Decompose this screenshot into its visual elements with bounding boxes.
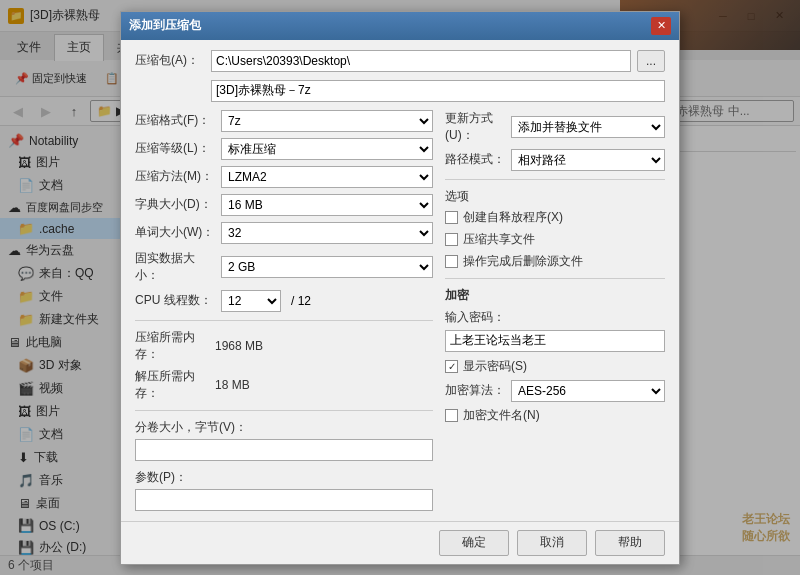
opt3-checkbox[interactable] <box>445 255 458 268</box>
cpu-row: CPU 线程数： 12 8 4 / 12 <box>135 290 433 312</box>
cpu-label: CPU 线程数： <box>135 292 215 309</box>
update-combo[interactable]: 添加并替换文件 仅更新文件 同步文件 <box>511 116 665 138</box>
opt1-row: 创建自释放程序(X) <box>445 209 665 226</box>
dict-row: 字典大小(D)： 16 MB 32 MB 64 MB <box>135 194 433 216</box>
dialog-close-button[interactable]: ✕ <box>651 17 671 35</box>
opt3-row: 操作完成后删除源文件 <box>445 253 665 270</box>
show-pwd-label: 显示密码(S) <box>463 358 527 375</box>
options-title: 选项 <box>445 188 665 205</box>
dialog-columns: 压缩格式(F)： 7z zip tar 压缩等级(L)： 标准压缩 <box>135 110 665 511</box>
format-combo[interactable]: 7z zip tar <box>221 110 433 132</box>
archive-path-label: 压缩包(A)： <box>135 52 205 69</box>
encrypt-method-combo[interactable]: AES-256 ZipCrypto <box>511 380 665 402</box>
archive-path-row: 压缩包(A)： ... <box>135 50 665 72</box>
ok-button[interactable]: 确定 <box>439 530 509 556</box>
encrypt-title: 加密 <box>445 287 665 304</box>
dialog-title: 添加到压缩包 <box>129 17 201 34</box>
solid-row: 固实数据大小： 2 GB 4 GB 无限制 <box>135 250 433 284</box>
compress-mem-row: 压缩所需内存： 1968 MB <box>135 329 433 363</box>
encrypt-filename-label: 加密文件名(N) <box>463 407 540 424</box>
opt2-row: 压缩共享文件 <box>445 231 665 248</box>
level-label: 压缩等级(L)： <box>135 140 215 157</box>
dialog-footer: 确定 取消 帮助 <box>121 521 679 564</box>
explorer-window: 📁 [3D]赤裸熟母 ─ □ ✕ 文件 主页 共享 查看 📌 固定到快速 📋 复… <box>0 0 800 575</box>
cpu-total: / 12 <box>291 294 311 308</box>
divider2 <box>135 410 433 411</box>
archive-name-input[interactable] <box>211 80 665 102</box>
method-label: 压缩方法(M)： <box>135 168 215 185</box>
encrypt-filename-checkbox[interactable] <box>445 409 458 422</box>
browse-button[interactable]: ... <box>637 50 665 72</box>
archive-path-input[interactable] <box>211 50 631 72</box>
params-input[interactable] <box>135 489 433 511</box>
format-label: 压缩格式(F)： <box>135 112 215 129</box>
path-label: 路径模式： <box>445 151 505 168</box>
solid-combo[interactable]: 2 GB 4 GB 无限制 <box>221 256 433 278</box>
dict-label: 字典大小(D)： <box>135 196 215 213</box>
compress-mem-value: 1968 MB <box>215 339 263 353</box>
archive-name-row <box>211 80 665 102</box>
solid-label: 固实数据大小： <box>135 250 215 284</box>
cpu-combo[interactable]: 12 8 4 <box>221 290 281 312</box>
compress-mem-label: 压缩所需内存： <box>135 329 215 363</box>
opt2-label: 压缩共享文件 <box>463 231 535 248</box>
decompress-mem-label: 解压所需内存： <box>135 368 215 402</box>
divider4 <box>445 278 665 279</box>
level-row: 压缩等级(L)： 标准压缩 极限压缩 最快压缩 <box>135 138 433 160</box>
cancel-button[interactable]: 取消 <box>517 530 587 556</box>
dict-combo[interactable]: 16 MB 32 MB 64 MB <box>221 194 433 216</box>
opt2-checkbox[interactable] <box>445 233 458 246</box>
update-label: 更新方式(U)： <box>445 110 505 144</box>
opt3-label: 操作完成后删除源文件 <box>463 253 583 270</box>
split-input[interactable] <box>135 439 433 461</box>
update-row: 更新方式(U)： 添加并替换文件 仅更新文件 同步文件 <box>445 110 665 144</box>
divider1 <box>135 320 433 321</box>
method-combo[interactable]: LZMA2 LZMA PPMd <box>221 166 433 188</box>
show-pwd-checkbox[interactable] <box>445 360 458 373</box>
word-label: 单词大小(W)： <box>135 224 215 241</box>
encrypt-method-row: 加密算法： AES-256 ZipCrypto <box>445 380 665 402</box>
decompress-mem-value: 18 MB <box>215 378 250 392</box>
divider3 <box>445 179 665 180</box>
format-row: 压缩格式(F)： 7z zip tar <box>135 110 433 132</box>
dialog-body: 压缩包(A)： ... 压缩格式(F)： <box>121 40 679 521</box>
split-label: 分卷大小，字节(V)： <box>135 419 433 436</box>
help-button[interactable]: 帮助 <box>595 530 665 556</box>
method-row: 压缩方法(M)： LZMA2 LZMA PPMd <box>135 166 433 188</box>
word-row: 单词大小(W)： 32 64 128 <box>135 222 433 244</box>
show-pwd-row: 显示密码(S) <box>445 358 665 375</box>
path-row: 路径模式： 相对路径 绝对路径 不存储路径 <box>445 149 665 171</box>
path-combo[interactable]: 相对路径 绝对路径 不存储路径 <box>511 149 665 171</box>
opt1-label: 创建自释放程序(X) <box>463 209 563 226</box>
dialog-left: 压缩格式(F)： 7z zip tar 压缩等级(L)： 标准压缩 <box>135 110 433 511</box>
level-combo[interactable]: 标准压缩 极限压缩 最快压缩 <box>221 138 433 160</box>
dialog-right: 更新方式(U)： 添加并替换文件 仅更新文件 同步文件 路径模式： 相对路径 <box>445 110 665 511</box>
encrypt-section: 加密 输入密码： 显示密码(S) 加密算法： AES-256 <box>445 287 665 424</box>
encrypt-method-label: 加密算法： <box>445 382 505 399</box>
compress-dialog: 添加到压缩包 ✕ 压缩包(A)： ... <box>120 11 680 565</box>
dialog-overlay: 添加到压缩包 ✕ 压缩包(A)： ... <box>0 0 800 575</box>
dialog-title-bar: 添加到压缩包 ✕ <box>121 12 679 40</box>
opt1-checkbox[interactable] <box>445 211 458 224</box>
word-combo[interactable]: 32 64 128 <box>221 222 433 244</box>
encrypt-pwd-input[interactable] <box>445 330 665 352</box>
params-label: 参数(P)： <box>135 469 433 486</box>
encrypt-pwd-label: 输入密码： <box>445 309 665 326</box>
decompress-mem-row: 解压所需内存： 18 MB <box>135 368 433 402</box>
encrypt-filename-row: 加密文件名(N) <box>445 407 665 424</box>
